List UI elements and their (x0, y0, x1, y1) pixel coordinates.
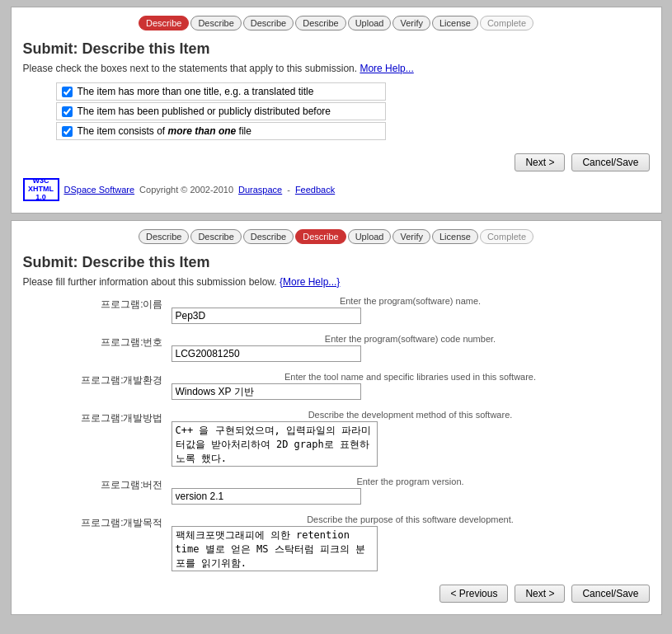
duraspace-link[interactable]: Duraspace (238, 185, 282, 195)
checkbox-row-2: The item has been published or publicly … (56, 102, 386, 120)
step2-upload[interactable]: Upload (348, 229, 392, 244)
xhtml-badge: W3CXHTML1.0 (23, 178, 59, 201)
step2-license[interactable]: License (432, 229, 478, 244)
cancel-save-button-2[interactable]: Cancel/Save (571, 585, 649, 603)
label-method: 프로그램:개발방법 (23, 410, 172, 425)
step-describe-4[interactable]: Describe (295, 16, 345, 31)
step2-describe-2[interactable]: Describe (190, 229, 241, 244)
checkbox-1[interactable] (62, 87, 73, 97)
form-row-number: 프로그램:번호 Enter the program(software) code… (23, 334, 650, 362)
hint-purpose: Describe the purpose of this software de… (172, 514, 650, 524)
label-name: 프로그램:이름 (23, 296, 172, 312)
form-section: 프로그램:이름 Enter the program(software) name… (23, 296, 650, 571)
page-title-2: Submit: Describe this Item (23, 254, 650, 271)
page-subtitle-2: Please fill further information about th… (23, 276, 650, 288)
more-help-link-2[interactable]: {More Help...} (280, 276, 340, 288)
hint-name: Enter the program(software) name. (172, 296, 650, 306)
form-row-purpose: 프로그램:개발목적 Describe the purpose of this s… (23, 514, 650, 571)
field-group-number: Enter the program(software) code number. (172, 334, 650, 362)
checkbox-label-1: The item has more than one title, e.g. a… (78, 86, 314, 97)
field-group-name: Enter the program(software) name. (172, 296, 650, 324)
field-group-version: Enter the program version. (172, 477, 650, 505)
hint-number: Enter the program(software) code number. (172, 334, 650, 344)
label-env: 프로그램:개발환경 (23, 372, 172, 387)
checkbox-label-3: The item consists of more than one file (78, 125, 251, 137)
step2-describe-3[interactable]: Describe (243, 229, 294, 244)
step-license[interactable]: License (432, 16, 478, 31)
step-describe-3[interactable]: Describe (243, 16, 294, 31)
checkbox-section: The item has more than one title, e.g. a… (56, 82, 650, 140)
panel-2: Describe Describe Describe Describe Uplo… (11, 220, 662, 615)
checkbox-row-1: The item has more than one title, e.g. a… (56, 82, 386, 101)
next-button-2[interactable]: Next > (515, 585, 565, 603)
step-describe-1[interactable]: Describe (139, 16, 189, 31)
next-button-1[interactable]: Next > (515, 153, 565, 171)
label-number: 프로그램:번호 (23, 334, 172, 350)
step2-describe-1[interactable]: Describe (139, 229, 189, 244)
panel-1: Describe Describe Describe Describe Uplo… (11, 7, 662, 214)
textarea-method[interactable]: C++ 을 구현되었으며, 입력파일의 파라미터값을 받아처리하여 2D gra… (172, 421, 378, 467)
textarea-purpose[interactable]: 팩체크포맷그래피에 의한 retention time 별로 얻은 MS 스탁터… (172, 526, 378, 571)
step2-describe-4[interactable]: Describe (295, 229, 345, 244)
previous-button[interactable]: < Previous (439, 585, 508, 603)
checkbox-label-2: The item has been published or publicly … (78, 106, 331, 117)
field-group-env: Enter the tool name and specific librari… (172, 372, 650, 400)
checkbox-2[interactable] (62, 106, 73, 117)
form-row-version: 프로그램:버전 Enter the program version. (23, 477, 650, 505)
input-number[interactable] (172, 345, 361, 362)
input-env[interactable] (172, 383, 361, 400)
cancel-save-button-1[interactable]: Cancel/Save (571, 153, 649, 171)
form-row-method: 프로그램:개발방법 Describe the development metho… (23, 410, 650, 467)
copyright-text: Copyright © 2002-2010 (139, 185, 233, 195)
input-version[interactable] (172, 488, 361, 505)
footer-separator: - (287, 185, 290, 195)
label-purpose: 프로그램:개발목적 (23, 514, 172, 530)
step-upload[interactable]: Upload (348, 16, 392, 31)
footer: W3CXHTML1.0 DSpace Software Copyright © … (23, 178, 650, 201)
page-title-1: Submit: Describe this Item (23, 40, 650, 58)
label-version: 프로그램:버전 (23, 477, 172, 492)
field-group-purpose: Describe the purpose of this software de… (172, 514, 650, 571)
step-describe-2[interactable]: Describe (190, 16, 241, 31)
checkbox-row-3: The item consists of more than one file (56, 122, 386, 140)
step2-complete: Complete (480, 229, 533, 244)
step-verify[interactable]: Verify (392, 16, 430, 31)
dspace-link[interactable]: DSpace Software (64, 185, 135, 195)
checkbox-3[interactable] (62, 126, 73, 137)
field-group-method: Describe the development method of this … (172, 410, 650, 467)
form-row-env: 프로그램:개발환경 Enter the tool name and specif… (23, 372, 650, 400)
button-row-1: Next > Cancel/Save (23, 153, 650, 171)
wizard-steps-1: Describe Describe Describe Describe Uplo… (23, 16, 650, 31)
hint-method: Describe the development method of this … (172, 410, 650, 420)
form-row-name: 프로그램:이름 Enter the program(software) name… (23, 296, 650, 324)
step-complete: Complete (480, 16, 533, 31)
hint-version: Enter the program version. (172, 477, 650, 486)
step2-verify[interactable]: Verify (392, 229, 430, 244)
more-help-link-1[interactable]: More Help... (359, 63, 413, 74)
feedback-link[interactable]: Feedback (295, 185, 335, 195)
page-subtitle-1: Please check the boxes next to the state… (23, 63, 650, 74)
input-name[interactable] (172, 308, 361, 324)
button-row-2: < Previous Next > Cancel/Save (23, 585, 650, 603)
hint-env: Enter the tool name and specific librari… (172, 372, 650, 382)
wizard-steps-2: Describe Describe Describe Describe Uplo… (23, 229, 650, 244)
